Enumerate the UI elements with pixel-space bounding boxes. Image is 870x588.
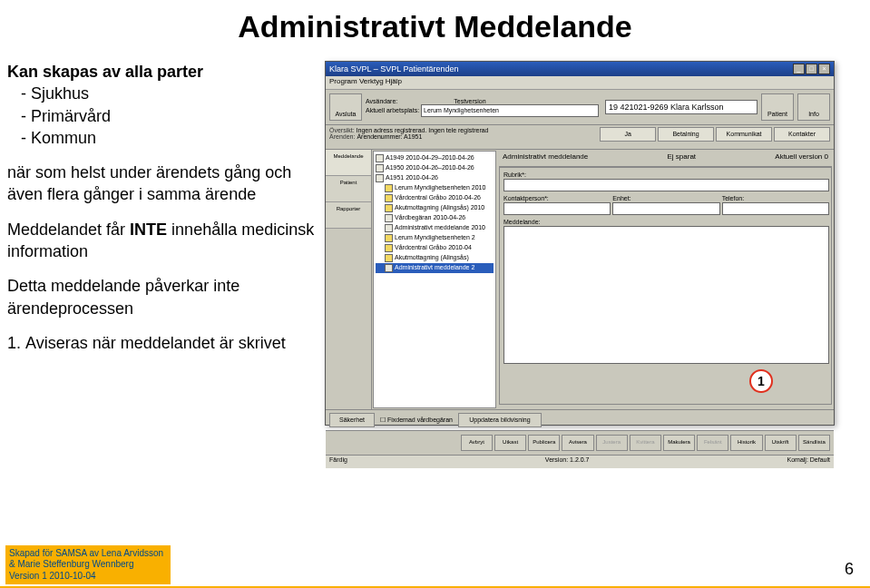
- info-button[interactable]: Info: [797, 93, 830, 121]
- lbl-arbetsplats: Aktuell arbetsplats:: [366, 106, 419, 113]
- tree-label: A1950 2010-04-26–2010-04-26: [386, 164, 474, 171]
- tree-node[interactable]: Administrativt meddelande 2010: [376, 223, 494, 233]
- right-column: Klara SVPL – SVPL Patientärenden _ □ × P…: [325, 61, 863, 426]
- sandlista-button[interactable]: Sändlista: [798, 435, 830, 451]
- tab-kommunikat[interactable]: Kommunikat: [716, 127, 772, 142]
- lbl-avsandare: Avsändare:: [366, 98, 397, 104]
- status-version: Version: 1.2.0.7: [545, 456, 590, 467]
- left-column: Kan skapas av alla parter Sjukhus Primär…: [7, 61, 325, 426]
- menubar[interactable]: Program Verktyg Hjälp: [326, 76, 834, 90]
- doc-icon: [385, 214, 393, 222]
- avbryt-button[interactable]: Avbryt: [461, 435, 493, 451]
- historik-button[interactable]: Historik: [730, 435, 762, 451]
- publicera-button[interactable]: Publicera: [528, 435, 560, 451]
- tree-node[interactable]: Akutmottagning (Alingsås): [376, 253, 494, 263]
- sakerhet-button[interactable]: Säkerhet: [329, 413, 375, 427]
- side-tabs: Meddelande Patient Rapporter: [326, 150, 372, 409]
- tree-label: Administrativt meddelande 2: [395, 264, 474, 270]
- main-panel: Administrativt meddelande Ej sparat Aktu…: [497, 150, 834, 409]
- sidetab-meddelande[interactable]: Meddelande: [326, 150, 371, 176]
- justera-button[interactable]: Justera: [596, 435, 628, 451]
- makulera-button[interactable]: Makulera: [663, 435, 695, 451]
- window-buttons: _ □ ×: [793, 64, 830, 74]
- party-item: Primärvård: [31, 105, 325, 127]
- patient-button[interactable]: Patient: [761, 93, 794, 121]
- unit-icon: [385, 184, 393, 192]
- close-icon[interactable]: ×: [818, 64, 830, 74]
- tree-label: A1951 2010-04-26: [386, 174, 438, 181]
- panel-status: Ej sparat: [668, 152, 697, 165]
- avsluta-button[interactable]: Avsluta: [329, 93, 362, 121]
- tree-node-selected[interactable]: Administrativt meddelande 2: [376, 263, 494, 273]
- utkast-button[interactable]: Utkast: [494, 435, 526, 451]
- panel-version: Aktuell version 0: [775, 152, 828, 165]
- felsant-button[interactable]: Felsänt: [697, 435, 728, 451]
- tree-label: Administrativt meddelande 2010: [395, 224, 485, 230]
- tree-node[interactable]: Lerum Myndighetsenheten 2010: [376, 183, 494, 193]
- tab-ja[interactable]: Ja: [600, 127, 656, 142]
- tab-betalning[interactable]: Betalning: [658, 127, 714, 142]
- unit-icon: [385, 254, 393, 262]
- tree-label: Lerum Myndighetsenheten 2: [395, 234, 475, 240]
- left-heading: Kan skapas av alla parter: [7, 61, 325, 83]
- tree-label: Vårdbegäran 2010-04-26: [395, 214, 465, 220]
- telefon-input[interactable]: [722, 202, 829, 215]
- subbar-buttons: Ja Betalning Kommunikat Kontakter: [600, 127, 830, 147]
- bottom-toolbar: Avbryt Utkast Publicera Avisera Justera …: [326, 430, 834, 455]
- utskrift-button[interactable]: Utskrift: [765, 435, 797, 451]
- minimize-icon[interactable]: _: [793, 64, 805, 74]
- doc-icon: [385, 264, 393, 272]
- tree-view[interactable]: A1949 2010-04-29–2010-04-26 A1950 2010-0…: [373, 151, 496, 408]
- lbl-enhet: Enhet:: [612, 195, 718, 201]
- checkbox-label: Fixdemad vårdbegäran: [387, 416, 453, 423]
- uppdatera-button[interactable]: Uppdatera bildvisning: [458, 413, 542, 427]
- tree-node[interactable]: A1951 2010-04-26: [376, 173, 494, 183]
- folder-icon: [376, 164, 384, 172]
- footer: Skapad för SAMSA av Lena Arvidsson & Mar…: [0, 534, 870, 588]
- tree-node[interactable]: Vårdcentral Gråbo 2010-04-26: [376, 193, 494, 203]
- tree-label: Lerum Myndighetsenheten 2010: [395, 184, 485, 191]
- tree-node[interactable]: Vårdbegäran 2010-04-26: [376, 213, 494, 223]
- text: Meddelandet får: [7, 220, 130, 239]
- tree-label: A1949 2010-04-29–2010-04-26: [386, 154, 474, 161]
- oversikt-value: Ingen adress registrerad. Ingen tele reg…: [357, 127, 489, 133]
- tree-label: Akutmottagning (Alingsås): [395, 254, 469, 260]
- tree-node[interactable]: Akutmottagning (Alingsås) 2010: [376, 203, 494, 213]
- left-ol: Aviseras när meddelandet är skrivet: [7, 332, 325, 354]
- unit-icon: [385, 194, 393, 202]
- unit-icon: [385, 234, 393, 242]
- panel-header: Administrativt meddelande Ej sparat Aktu…: [499, 152, 832, 167]
- tree-node[interactable]: Vårdcentral Gråbo 2010-04: [376, 243, 494, 253]
- meddelande-textarea[interactable]: [503, 226, 829, 364]
- checkbox-fixdemad[interactable]: ☐ Fixdemad vårdbegäran: [380, 416, 453, 424]
- lbl-telefon: Telefon:: [722, 195, 827, 201]
- arbetsplats-select[interactable]: Lerum Myndighetsenheten: [421, 104, 599, 117]
- subbar: Översikt: Ingen adress registrerad. Inge…: [326, 125, 834, 150]
- maximize-icon[interactable]: □: [806, 64, 817, 74]
- enhet-input[interactable]: [612, 202, 719, 215]
- lbl-kontakt: Kontaktperson*:: [503, 195, 609, 201]
- sidetab-rapporter[interactable]: Rapporter: [326, 202, 371, 229]
- arendenr: Ärendenummer: A1951: [357, 133, 422, 140]
- kvittera-button[interactable]: Kvittera: [630, 435, 661, 451]
- party-item: Sjukhus: [31, 83, 325, 104]
- tree-node[interactable]: A1950 2010-04-26–2010-04-26: [376, 163, 494, 173]
- tree-node[interactable]: Lerum Myndighetsenheten 2: [376, 233, 494, 243]
- tree-label: Akutmottagning (Alingsås) 2010: [395, 204, 484, 211]
- avisera-button[interactable]: Avisera: [562, 435, 593, 451]
- kontakt-input[interactable]: [503, 202, 611, 215]
- folder-icon: [376, 154, 384, 162]
- folder-icon: [376, 174, 384, 182]
- rubrik-input[interactable]: [503, 179, 829, 191]
- footer-line: & Marie Steffenburg Wennberg: [9, 559, 163, 571]
- tree-node[interactable]: A1949 2010-04-29–2010-04-26: [376, 153, 494, 163]
- lbl-testversion: Testversion: [454, 98, 485, 104]
- sidetab-patient[interactable]: Patient: [326, 176, 371, 202]
- form: Rubrik*: Kontaktperson*: Enhet: Telefon:…: [499, 167, 832, 405]
- patient-id-input[interactable]: 19 421021-9269 Klara Karlsson: [605, 100, 758, 114]
- tree-label: Vårdcentral Gråbo 2010-04-26: [395, 194, 481, 201]
- party-list: Sjukhus Primärvård Kommun: [7, 83, 325, 149]
- lbl-oversikt: Översikt:: [329, 127, 355, 133]
- tab-kontakter[interactable]: Kontakter: [774, 127, 830, 142]
- left-para-2: Meddelandet får INTE innehålla medicinsk…: [7, 219, 325, 263]
